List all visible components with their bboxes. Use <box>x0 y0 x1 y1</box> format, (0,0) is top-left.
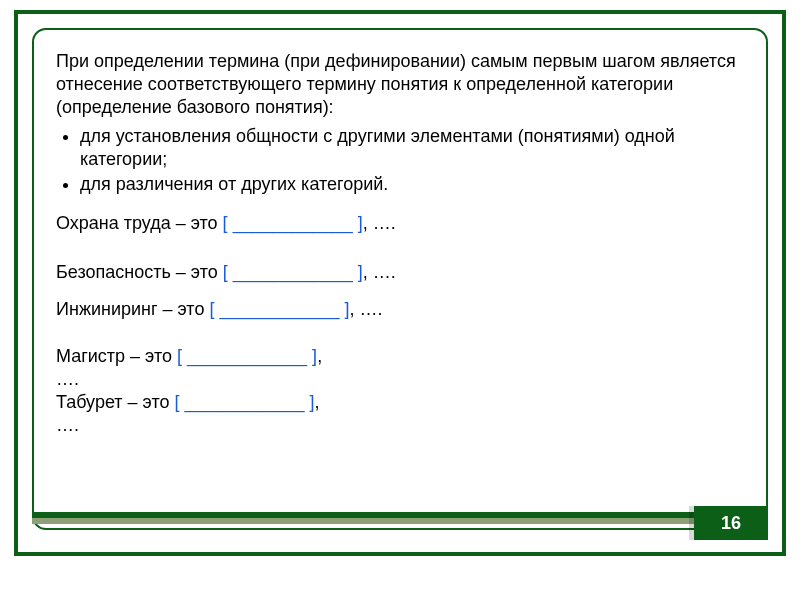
definition-ellipsis: …. <box>56 368 744 391</box>
bracket-open-icon: [ <box>209 299 219 319</box>
blank-line-icon: ____________ <box>184 392 304 412</box>
slide: При определении термина (при дефинирован… <box>0 0 800 600</box>
bracket-close-icon: ] <box>353 262 363 282</box>
intro-paragraph: При определении термина (при дефинирован… <box>56 50 744 119</box>
bracket-close-icon: ] <box>340 299 350 319</box>
definition-term: Безопасность <box>56 262 171 282</box>
bracket-close-icon: ] <box>307 346 317 366</box>
definition-suffix: , …. <box>363 262 396 282</box>
definition-line: Магистр – это [ ____________ ], <box>56 345 744 368</box>
connector: – это <box>158 299 210 319</box>
definition-ellipsis: …. <box>56 414 744 437</box>
definition-term: Инжиниринг <box>56 299 158 319</box>
bracket-open-icon: [ <box>223 262 233 282</box>
definition-line: Инжиниринг – это [ ____________ ], …. <box>56 298 744 321</box>
blank-line-icon: ____________ <box>219 299 339 319</box>
blank-line-icon: ____________ <box>233 262 353 282</box>
page-number-tab: 16 <box>694 506 768 540</box>
definition-suffix: , …. <box>350 299 383 319</box>
definition-line: Табурет – это [ ____________ ], <box>56 391 744 414</box>
definition-term: Табурет <box>56 392 123 412</box>
connector: – это <box>171 262 223 282</box>
connector: – это <box>123 392 175 412</box>
blank-line-icon: ____________ <box>187 346 307 366</box>
content-frame: При определении термина (при дефинирован… <box>32 28 768 530</box>
definition-suffix: , <box>317 346 322 366</box>
definition-line: Безопасность – это [ ____________ ], …. <box>56 261 744 284</box>
connector: – это <box>171 213 223 233</box>
list-item: для установления общности с другими элем… <box>80 125 744 171</box>
bracket-close-icon: ] <box>353 213 363 233</box>
blank-line-icon: ____________ <box>233 213 353 233</box>
footer-stripe-light-icon <box>32 518 768 524</box>
page-number: 16 <box>721 513 741 534</box>
definition-term: Магистр <box>56 346 125 366</box>
bracket-close-icon: ] <box>305 392 315 412</box>
bracket-open-icon: [ <box>177 346 187 366</box>
bullet-list: для установления общности с другими элем… <box>56 125 744 196</box>
bracket-open-icon: [ <box>174 392 184 412</box>
bracket-open-icon: [ <box>223 213 233 233</box>
outer-frame: При определении термина (при дефинирован… <box>14 10 786 556</box>
definition-term: Охрана труда <box>56 213 171 233</box>
footer-bar: 16 <box>32 508 768 542</box>
list-item: для различения от других категорий. <box>80 173 744 196</box>
definition-suffix: , …. <box>363 213 396 233</box>
definition-line: Охрана труда – это [ ____________ ], …. <box>56 212 744 235</box>
definition-suffix: , <box>315 392 320 412</box>
connector: – это <box>125 346 177 366</box>
